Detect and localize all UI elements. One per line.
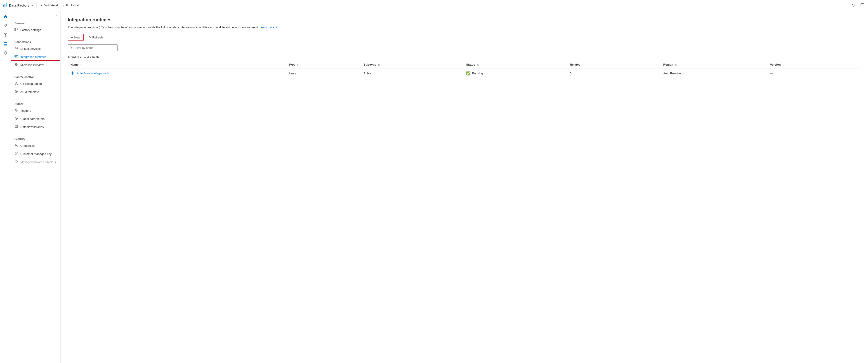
runtime-icon xyxy=(70,72,75,76)
action-bar: + New ↻ Refresh xyxy=(68,34,861,41)
credentials-label: Credentials xyxy=(20,144,35,148)
svg-rect-10 xyxy=(4,45,7,46)
svg-point-28 xyxy=(15,117,18,120)
divider-1 xyxy=(14,36,57,36)
credentials-icon xyxy=(14,143,18,148)
filter-icon xyxy=(70,46,73,50)
brand-icon xyxy=(3,2,7,8)
topbar-right: ↻ xyxy=(850,2,865,9)
sidebar-item-integration-runtimes[interactable]: Integration runtimes xyxy=(11,53,60,61)
divider-2 xyxy=(14,71,57,71)
section-security-label: Security xyxy=(11,135,60,142)
sidebar-item-data-flow-libraries[interactable]: Data flow libraries xyxy=(11,123,60,131)
svg-rect-3 xyxy=(861,4,864,6)
sidebar-item-global-parameters[interactable]: Global parameters xyxy=(11,115,60,123)
sidebar-item-factory-settings[interactable]: Factory settings xyxy=(11,26,60,34)
global-parameters-icon xyxy=(14,117,18,121)
sidebar: « General Factory settings Connections xyxy=(11,11,61,363)
col-header-related: Related ↑↓ xyxy=(567,61,660,69)
table-header-row: Name ↑↓ Type ↑↓ Sub-type ↑↓ Status ↑↓ xyxy=(68,61,861,69)
cell-related: 0 xyxy=(567,68,660,78)
plus-icon: + xyxy=(71,36,73,39)
customer-managed-key-icon xyxy=(14,152,18,156)
section-connections-label: Connections xyxy=(11,38,60,44)
page-description: The integration runtime (IR) is the comp… xyxy=(68,25,861,30)
runtime-name-link[interactable]: AutoResolveIntegrationR... xyxy=(77,71,112,74)
sidebar-item-arm-template[interactable]: ARM template xyxy=(11,88,60,96)
svg-point-38 xyxy=(72,72,73,74)
linked-services-label: Linked services xyxy=(20,47,41,51)
validate-all-button[interactable]: ✓ Validate all xyxy=(40,4,59,7)
data-flow-libraries-icon xyxy=(14,125,18,129)
refresh-button[interactable]: ↻ Refresh xyxy=(86,34,105,40)
main-content: Integration runtimes The integration run… xyxy=(61,11,868,363)
svg-rect-13 xyxy=(18,29,18,30)
git-configuration-label: Git configuration xyxy=(20,82,42,86)
refresh-icon-btn[interactable]: ↻ xyxy=(850,2,856,9)
subtype-sort-icon[interactable]: ↑↓ xyxy=(378,64,380,66)
discard-icon-btn[interactable] xyxy=(860,2,865,9)
sidebar-item-customer-managed-key[interactable]: Customer managed key xyxy=(11,150,60,158)
svg-rect-12 xyxy=(16,28,17,31)
svg-rect-2 xyxy=(6,3,7,6)
rail-edit-icon[interactable] xyxy=(1,22,9,30)
sidebar-collapse-button[interactable]: « xyxy=(11,13,60,19)
rail-home-icon[interactable] xyxy=(1,13,9,21)
svg-point-15 xyxy=(17,48,18,49)
svg-rect-1 xyxy=(4,4,5,6)
section-source-control-label: Source control xyxy=(11,73,60,80)
triggers-icon xyxy=(14,108,18,113)
factory-settings-label: Factory settings xyxy=(20,28,41,32)
related-sort-icon[interactable]: ↑↓ xyxy=(582,64,585,66)
sidebar-item-linked-services[interactable]: Linked services xyxy=(11,44,60,53)
version-sort-icon[interactable]: ↑↓ xyxy=(782,64,784,66)
factory-settings-icon xyxy=(14,28,18,32)
validate-label: Validate all xyxy=(44,4,59,7)
page-title: Integration runtimes xyxy=(68,17,861,22)
divider-4 xyxy=(14,133,57,133)
col-header-version: Version ↑↓ xyxy=(767,61,861,69)
svg-point-25 xyxy=(15,90,18,93)
managed-private-endpoints-label: Managed private endpoints xyxy=(20,160,56,164)
brand-name: Data Factory xyxy=(9,3,30,7)
publish-label: Publish all xyxy=(66,4,79,7)
cell-subtype: Public xyxy=(361,68,464,78)
brand-dropdown-icon[interactable]: ▾ xyxy=(31,4,33,7)
section-author-label: Author xyxy=(11,100,60,107)
sidebar-item-git-configuration[interactable]: Git configuration xyxy=(11,80,60,88)
name-sort-icon[interactable]: ↑↓ xyxy=(80,64,83,66)
sidebar-item-credentials[interactable]: Credentials xyxy=(11,142,60,150)
cell-version: --- xyxy=(767,68,861,78)
topbar-actions: ✓ Validate all ↑ Publish all xyxy=(40,4,79,7)
git-icon xyxy=(14,82,18,86)
rail-manage-icon[interactable] xyxy=(1,40,9,48)
integration-runtimes-label: Integration runtimes xyxy=(20,55,46,59)
managed-private-endpoints-icon xyxy=(14,160,18,164)
col-header-type: Type ↑↓ xyxy=(286,61,361,69)
new-button[interactable]: + New xyxy=(68,34,84,41)
type-sort-icon[interactable]: ↑↓ xyxy=(297,64,299,66)
rail-monitor-icon[interactable] xyxy=(1,31,9,39)
microsoft-purview-label: Microsoft Purview xyxy=(20,63,43,67)
svg-rect-11 xyxy=(15,28,16,31)
customer-managed-key-label: Customer managed key xyxy=(20,152,52,156)
publish-all-button[interactable]: ↑ Publish all xyxy=(63,4,79,7)
global-parameters-label: Global parameters xyxy=(20,117,44,121)
col-header-status: Status ↑↓ xyxy=(463,61,567,69)
table-row: AutoResolveIntegrationR... Azure Public … xyxy=(68,68,861,78)
status-sort-icon[interactable]: ↑↓ xyxy=(477,64,479,66)
sidebar-item-triggers[interactable]: Triggers xyxy=(11,107,60,115)
filter-input[interactable] xyxy=(75,46,115,50)
region-sort-icon[interactable]: ↑↓ xyxy=(675,64,677,66)
learn-more-link[interactable]: Learn more ↗ xyxy=(259,26,278,29)
svg-rect-9 xyxy=(4,44,7,44)
refresh-circle-icon: ↻ xyxy=(89,36,91,39)
triggers-label: Triggers xyxy=(20,109,31,113)
rail-learn-icon[interactable] xyxy=(1,49,9,57)
col-header-region: Region ↑↓ xyxy=(660,61,767,69)
svg-rect-0 xyxy=(3,5,4,6)
svg-marker-36 xyxy=(70,46,73,49)
sidebar-item-managed-private-endpoints: Managed private endpoints xyxy=(11,158,60,166)
sidebar-item-microsoft-purview[interactable]: Microsoft Purview xyxy=(11,61,60,69)
filter-bar xyxy=(68,44,861,51)
